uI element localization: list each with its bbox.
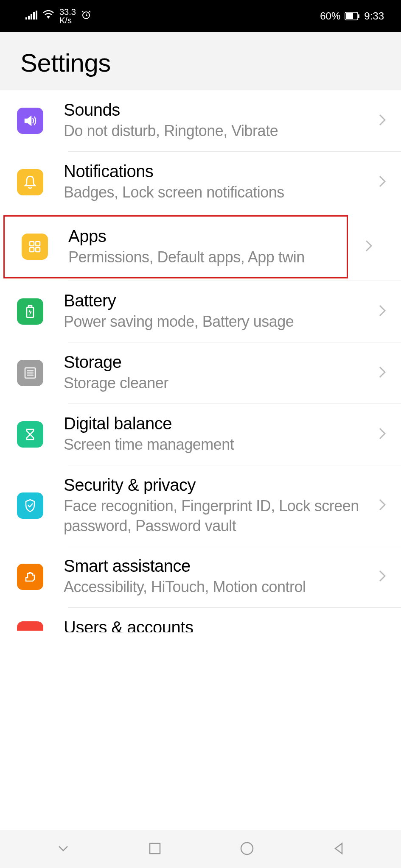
setting-item-notifications[interactable]: Notifications Badges, Lock screen notifi… <box>0 152 401 213</box>
svg-rect-8 <box>358 14 359 18</box>
svg-point-20 <box>241 843 253 854</box>
chevron-right-icon <box>365 239 373 254</box>
chevron-right-icon <box>379 175 386 189</box>
setting-item-apps[interactable]: Apps Permissions, Default apps, App twin <box>3 215 348 279</box>
battery-icon <box>17 298 43 325</box>
storage-icon <box>17 360 43 386</box>
item-subtitle: Power saving mode, Battery usage <box>64 312 370 332</box>
setting-item-users[interactable]: Users & accounts <box>0 608 401 634</box>
svg-rect-11 <box>30 248 34 252</box>
item-title: Sounds <box>64 100 370 120</box>
item-content: Smart assistance Accessibility, HiTouch,… <box>64 556 370 597</box>
navigation-bar <box>0 830 401 868</box>
item-subtitle: Screen time management <box>64 435 370 455</box>
chevron-right-icon <box>379 570 386 584</box>
svg-rect-3 <box>33 12 35 19</box>
time: 9:33 <box>364 10 384 22</box>
item-content: Users & accounts <box>64 618 386 634</box>
item-content: Sounds Do not disturb, Ringtone, Vibrate <box>64 100 370 141</box>
item-title: Storage <box>64 353 370 372</box>
item-title: Users & accounts <box>64 618 386 632</box>
svg-rect-14 <box>28 306 32 307</box>
status-left: 33.3K/s <box>25 8 91 25</box>
apps-icon <box>22 234 48 260</box>
chevron-right-icon <box>379 366 386 380</box>
security-icon <box>17 492 43 519</box>
item-content: Storage Storage cleaner <box>64 353 370 393</box>
item-title: Digital balance <box>64 414 370 433</box>
alarm-icon <box>81 10 91 22</box>
svg-rect-19 <box>150 843 160 854</box>
svg-rect-0 <box>25 17 27 19</box>
setting-item-storage[interactable]: Storage Storage cleaner <box>0 342 401 403</box>
nav-home-icon[interactable] <box>238 840 255 859</box>
nav-recent-icon[interactable] <box>147 841 163 858</box>
status-right: 60% 9:33 <box>320 10 384 22</box>
network-speed: 33.3K/s <box>59 8 76 25</box>
smart-assistance-icon <box>17 564 43 590</box>
item-title: Security & privacy <box>64 476 370 495</box>
item-title: Apps <box>68 227 333 246</box>
item-subtitle: Accessibility, HiTouch, Motion control <box>64 577 370 597</box>
svg-rect-10 <box>36 242 40 246</box>
chevron-right-icon <box>379 427 386 442</box>
signal-icon <box>25 10 37 22</box>
item-title: Notifications <box>64 162 370 181</box>
chevron-right-icon <box>379 498 386 513</box>
svg-rect-4 <box>36 11 37 19</box>
setting-item-security[interactable]: Security & privacy Face recognition, Fin… <box>0 465 401 546</box>
notifications-icon <box>17 169 43 195</box>
item-content: Battery Power saving mode, Battery usage <box>64 291 370 332</box>
settings-list[interactable]: Sounds Do not disturb, Ringtone, Vibrate… <box>0 90 401 830</box>
setting-item-digital-balance[interactable]: Digital balance Screen time management <box>0 404 401 465</box>
svg-rect-1 <box>28 16 30 19</box>
header: Settings <box>0 32 401 90</box>
setting-item-smart-assistance[interactable]: Smart assistance Accessibility, HiTouch,… <box>0 546 401 607</box>
digital-balance-icon <box>17 421 43 448</box>
setting-item-battery[interactable]: Battery Power saving mode, Battery usage <box>0 281 401 342</box>
status-bar: 33.3K/s 60% 9:33 <box>0 0 401 32</box>
svg-rect-9 <box>30 242 34 246</box>
page-title: Settings <box>20 48 381 78</box>
item-subtitle: Do not disturb, Ringtone, Vibrate <box>64 121 370 141</box>
svg-rect-12 <box>36 248 40 252</box>
item-content: Digital balance Screen time management <box>64 414 370 455</box>
item-content: Security & privacy Face recognition, Fin… <box>64 476 370 536</box>
chevron-right-icon <box>379 304 386 319</box>
battery-icon <box>345 12 360 20</box>
sounds-icon <box>17 108 43 134</box>
users-icon <box>17 621 43 631</box>
svg-rect-7 <box>346 13 353 19</box>
item-subtitle: Storage cleaner <box>64 373 370 393</box>
item-subtitle: Badges, Lock screen notifications <box>64 183 370 203</box>
wifi-icon <box>42 10 54 22</box>
setting-item-sounds[interactable]: Sounds Do not disturb, Ringtone, Vibrate <box>0 90 401 151</box>
svg-rect-2 <box>31 14 32 19</box>
item-title: Smart assistance <box>64 556 370 576</box>
battery-percent: 60% <box>320 10 340 22</box>
item-subtitle: Face recognition, Fingerprint ID, Lock s… <box>64 496 370 536</box>
nav-back-icon[interactable] <box>331 841 346 858</box>
item-title: Battery <box>64 291 370 310</box>
item-content: Apps Permissions, Default apps, App twin <box>68 227 333 267</box>
chevron-right-icon <box>379 114 386 128</box>
item-content: Notifications Badges, Lock screen notifi… <box>64 162 370 203</box>
nav-collapse-icon[interactable] <box>55 840 72 859</box>
item-subtitle: Permissions, Default apps, App twin <box>68 248 333 267</box>
